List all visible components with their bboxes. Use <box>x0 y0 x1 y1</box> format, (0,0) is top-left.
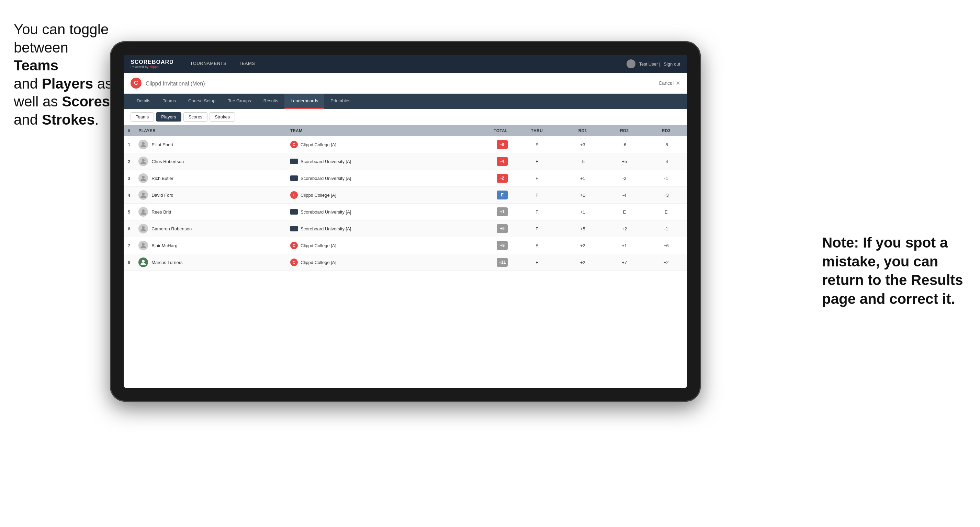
tab-leaderboards[interactable]: Leaderboards <box>285 94 324 109</box>
team-name: Clippd College [A] <box>301 243 336 248</box>
team-logo-clippd: C <box>290 242 298 249</box>
rd1-cell: +1 <box>562 170 603 187</box>
team-cell: Scoreboard University [A] <box>286 221 457 237</box>
player-cell: Chris Robertson <box>134 153 286 170</box>
table-row[interactable]: 1Elliot EbertCClippd College [A]-8F+3-6-… <box>124 136 687 153</box>
tournament-name: Clippd Invitational (Men) <box>146 79 205 87</box>
team-name: Scoreboard University [A] <box>301 176 351 181</box>
tab-teams[interactable]: Teams <box>157 94 182 109</box>
cancel-button[interactable]: Cancel ✕ <box>659 80 680 87</box>
total-cell: +9 <box>457 237 512 254</box>
score-badge: +6 <box>497 224 508 233</box>
rd1-cell: +3 <box>562 136 603 153</box>
total-cell: -8 <box>457 136 512 153</box>
total-cell: +11 <box>457 254 512 271</box>
svg-point-7 <box>142 243 145 246</box>
table-row[interactable]: 3Rich ButlerScoreboard University [A]-2F… <box>124 170 687 187</box>
rank-cell: 1 <box>124 136 134 153</box>
rd1-cell: +2 <box>562 237 603 254</box>
rank-cell: 4 <box>124 187 134 203</box>
table-row[interactable]: 5Rees BrittScoreboard University [A]+1F+… <box>124 203 687 221</box>
svg-point-8 <box>142 260 145 263</box>
rank-cell: 5 <box>124 203 134 221</box>
tab-printables[interactable]: Printables <box>324 94 356 109</box>
player-name: Elliot Ebert <box>151 142 173 147</box>
tab-results[interactable]: Results <box>257 94 285 109</box>
toggle-scores[interactable]: Scores <box>183 112 207 122</box>
rd3-cell: E <box>645 203 687 221</box>
player-name: Chris Robertson <box>151 159 184 164</box>
team-cell: Scoreboard University [A] <box>286 203 457 221</box>
rd2-cell: -4 <box>603 187 645 203</box>
nav-username: Test User | <box>639 62 660 67</box>
table-row[interactable]: 2Chris RobertsonScoreboard University [A… <box>124 153 687 170</box>
table-row[interactable]: 6Cameron RobertsonScoreboard University … <box>124 221 687 237</box>
team-cell: CClippd College [A] <box>286 254 457 271</box>
rd3-cell: -5 <box>645 136 687 153</box>
rd3-cell: -1 <box>645 170 687 187</box>
col-thru: THRU <box>512 125 562 136</box>
toggle-teams[interactable]: Teams <box>130 112 154 122</box>
tab-tee-groups[interactable]: Tee Groups <box>222 94 257 109</box>
thru-cell: F <box>512 136 562 153</box>
rd1-cell: +2 <box>562 254 603 271</box>
player-cell: David Ford <box>134 187 286 203</box>
team-name: Clippd College [A] <box>301 260 336 265</box>
score-badge: +11 <box>497 258 508 267</box>
player-name: David Ford <box>151 193 173 198</box>
team-logo-clippd: C <box>290 141 298 148</box>
player-avatar <box>138 257 148 267</box>
rd2-cell: +2 <box>603 221 645 237</box>
table-row[interactable]: 8Marcus TurnersCClippd College [A]+11F+2… <box>124 254 687 271</box>
col-total: TOTAL <box>457 125 512 136</box>
score-badge: E <box>497 190 508 200</box>
thru-cell: F <box>512 221 562 237</box>
strokes-bold: Strokes <box>42 111 95 128</box>
tablet-screen: SCOREBOARD Powered by clippd TOURNAMENTS… <box>124 55 687 388</box>
col-player: PLAYER <box>134 125 286 136</box>
rank-cell: 3 <box>124 170 134 187</box>
tab-course-setup[interactable]: Course Setup <box>182 94 222 109</box>
svg-point-2 <box>142 159 145 162</box>
score-badge: -2 <box>497 174 508 183</box>
table-row[interactable]: 4David FordCClippd College [A]EF+1-4+3 <box>124 187 687 203</box>
toggle-strokes[interactable]: Strokes <box>210 112 235 122</box>
player-avatar <box>138 173 148 183</box>
player-avatar <box>138 157 148 166</box>
nav-tournaments[interactable]: TOURNAMENTS <box>184 55 233 73</box>
tournament-header: C Clippd Invitational (Men) Cancel ✕ <box>124 73 687 94</box>
player-avatar <box>138 190 148 200</box>
rank-cell: 6 <box>124 221 134 237</box>
team-cell: Scoreboard University [A] <box>286 170 457 187</box>
team-logo-scoreboard <box>290 209 298 214</box>
toggle-row: Teams Players Scores Strokes <box>124 109 687 125</box>
team-cell: CClippd College [A] <box>286 187 457 203</box>
nav-signout[interactable]: Sign out <box>663 62 680 67</box>
tab-details[interactable]: Details <box>130 94 157 109</box>
player-name: Marcus Turners <box>151 260 182 265</box>
total-cell: -4 <box>457 153 512 170</box>
rd2-cell: +5 <box>603 153 645 170</box>
svg-point-4 <box>142 193 145 195</box>
table-row[interactable]: 7Blair McHargCClippd College [A]+9F+2+1+… <box>124 237 687 254</box>
player-name: Cameron Robertson <box>151 226 192 232</box>
rd3-cell: -1 <box>645 221 687 237</box>
rd2-cell: E <box>603 203 645 221</box>
toggle-players[interactable]: Players <box>156 112 181 122</box>
player-avatar <box>138 207 148 217</box>
rank-cell: 2 <box>124 153 134 170</box>
players-bold: Players <box>42 76 93 92</box>
player-name: Rich Butler <box>151 176 173 181</box>
player-avatar <box>138 241 148 250</box>
rd1-cell: +5 <box>562 221 603 237</box>
team-cell: Scoreboard University [A] <box>286 153 457 170</box>
close-icon: ✕ <box>676 80 680 87</box>
player-name: Blair McHarg <box>151 243 177 248</box>
player-cell: Rich Butler <box>134 170 286 187</box>
nav-teams[interactable]: TEAMS <box>232 55 261 73</box>
team-name: Scoreboard University [A] <box>301 210 351 214</box>
team-logo-scoreboard <box>290 175 298 181</box>
logo-main-text: SCOREBOARD <box>130 59 174 65</box>
leaderboard-table: # PLAYER TEAM TOTAL THRU RD1 RD2 RD3 1El… <box>124 125 687 388</box>
table-header: # PLAYER TEAM TOTAL THRU RD1 RD2 RD3 <box>124 125 687 136</box>
